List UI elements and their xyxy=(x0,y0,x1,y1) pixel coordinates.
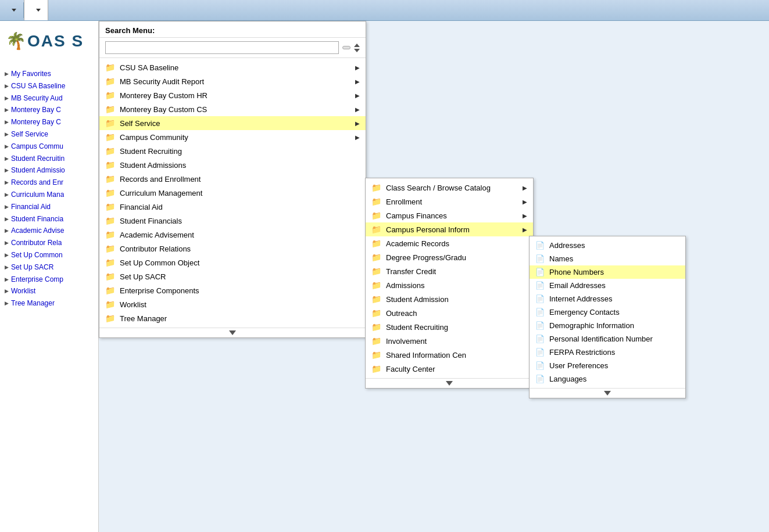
main-menu-item[interactable]: 📁 Curriculum Management xyxy=(99,186,366,200)
folder-icon: 📁 xyxy=(105,300,115,309)
main-menu-item[interactable]: 📁 Monterey Bay Custom CS ▶ xyxy=(99,102,366,116)
sidebar-item[interactable]: ▶Campus Commu xyxy=(0,141,98,153)
main-menu-item[interactable]: 📁 Student Admissions xyxy=(99,158,366,172)
sidebar-item[interactable]: ▶Set Up Common xyxy=(0,249,98,261)
sidebar-item[interactable]: ▶Contributor Rela xyxy=(0,237,98,249)
sidebar-item-label: Set Up SACR xyxy=(11,263,53,272)
submenu-arrow-icon: ▶ xyxy=(355,120,360,127)
sidebar-item[interactable]: ▶CSU SA Baseline xyxy=(0,80,98,92)
scroll-down-icon[interactable] xyxy=(354,49,360,52)
folder-icon: 📁 xyxy=(105,91,115,100)
sidebar-item[interactable]: ▶Student Admissio xyxy=(0,164,98,177)
sidebar-item-arrow: ▶ xyxy=(5,264,9,271)
submenu-item[interactable]: 📁 Academic Records xyxy=(366,236,533,250)
submenu-item[interactable]: 📁 Student Recruiting xyxy=(366,320,533,334)
main-menu-item[interactable]: 📁 Academic Advisement xyxy=(99,228,366,242)
sidebar-item-arrow: ▶ xyxy=(5,191,9,199)
submenu-item[interactable]: 📁 Faculty Center xyxy=(366,362,533,376)
search-row xyxy=(99,38,366,58)
submenu-item[interactable]: 📁 Outreach xyxy=(366,306,533,320)
main-menu-item[interactable]: 📁 Enterprise Components xyxy=(99,283,366,297)
main-menu-item[interactable]: 📁 Financial Aid xyxy=(99,200,366,214)
submenu-item[interactable]: 📁 Campus Finances ▶ xyxy=(366,209,533,222)
menu-item-label: Enterprise Components xyxy=(120,286,360,295)
sidebar-item-arrow: ▶ xyxy=(5,215,9,223)
main-menu-item[interactable]: 📁 MB Security Audit Report ▶ xyxy=(99,74,366,88)
campus-personal-menu-item[interactable]: 📄 Emergency Contacts xyxy=(530,305,685,319)
sidebar-item[interactable]: ▶Academic Advise xyxy=(0,225,98,237)
sidebar-item[interactable]: ▶Worklist xyxy=(0,285,98,297)
main-menu-item[interactable]: 📁 CSU SA Baseline ▶ xyxy=(99,60,366,74)
submenu-item[interactable]: 📁 Transfer Credit xyxy=(366,264,533,278)
document-icon: 📄 xyxy=(535,335,545,343)
campus-personal-item-label: Emergency Contacts xyxy=(549,308,620,317)
menu-item-label: Student Financials xyxy=(120,217,360,225)
submenu-item[interactable]: 📁 Shared Information Cen xyxy=(366,348,533,362)
campus-personal-menu-item[interactable]: 📄 Phone Numbers xyxy=(530,265,685,279)
campus-personal-menu-item[interactable]: 📄 Languages xyxy=(530,372,685,386)
main-menu-item[interactable]: 📁 Tree Manager xyxy=(99,311,366,325)
sidebar-item[interactable]: ▶Curriculum Mana xyxy=(0,189,98,201)
folder-icon: 📁 xyxy=(105,286,115,295)
main-menu-item[interactable]: 📁 Monterey Bay Custom HR ▶ xyxy=(99,88,366,102)
menu-scroll-down[interactable] xyxy=(99,328,366,337)
folder-icon: 📁 xyxy=(371,211,381,220)
sidebar-item-label: Records and Enr xyxy=(11,178,63,188)
main-menu-item[interactable]: 📁 Set Up Common Object xyxy=(99,256,366,269)
main-menu-item[interactable]: 📁 Contributor Relations xyxy=(99,242,366,256)
main-menu-item[interactable]: 📁 Records and Enrollment xyxy=(99,172,366,186)
search-go-button[interactable] xyxy=(342,46,350,49)
submenu-item[interactable]: 📁 Enrollment ▶ xyxy=(366,195,533,209)
menu-item-label: Academic Advisement xyxy=(120,231,360,239)
document-icon: 📄 xyxy=(535,241,545,250)
main-menu-item[interactable]: 📁 Worklist xyxy=(99,297,366,311)
submenu-item[interactable]: 📁 Campus Personal Inform ▶ xyxy=(366,222,533,236)
main-menu-item[interactable]: 📁 Set Up SACR xyxy=(99,269,366,283)
sidebar-item[interactable]: ▶My Favorites xyxy=(0,68,98,80)
sidebar-item[interactable]: ▶MB Security Aud xyxy=(0,92,98,105)
search-menu-input[interactable] xyxy=(105,41,339,54)
folder-icon: 📁 xyxy=(105,132,115,142)
submenu-item[interactable]: 📁 Class Search / Browse Catalog ▶ xyxy=(366,181,533,195)
sidebar-item[interactable]: ▶Monterey Bay C xyxy=(0,116,98,128)
campus-personal-menu-item[interactable]: 📄 Demographic Information xyxy=(530,319,685,332)
campus-personal-menu-item[interactable]: 📄 Personal Identification Number xyxy=(530,332,685,346)
main-menu-item[interactable]: 📁 Campus Community ▶ xyxy=(99,130,366,144)
menu-item-label: Contributor Relations xyxy=(120,245,360,253)
campus-personal-menu-item[interactable]: 📄 FERPA Restrictions xyxy=(530,346,685,359)
sidebar-item[interactable]: ▶Monterey Bay C xyxy=(0,104,98,116)
campus-personal-menu-item[interactable]: 📄 User Preferences xyxy=(530,359,685,372)
sidebar-item-arrow: ▶ xyxy=(5,82,9,90)
sidebar-item[interactable]: ▶Financial Aid xyxy=(0,201,98,213)
submenu-item[interactable]: 📁 Student Admission xyxy=(366,292,533,306)
submenu-item[interactable]: 📁 Involvement xyxy=(366,334,533,348)
sidebar-item[interactable]: ▶Tree Manager xyxy=(0,297,98,310)
document-icon: 📄 xyxy=(535,281,545,290)
campus-personal-menu-item[interactable]: 📄 Internet Addresses xyxy=(530,292,685,305)
subsubmenu-scroll-down[interactable] xyxy=(530,388,685,398)
sidebar-item-label: Monterey Bay C xyxy=(11,117,61,127)
favorites-button[interactable] xyxy=(0,0,23,20)
folder-icon: 📁 xyxy=(371,253,381,262)
main-menu-item[interactable]: 📁 Student Recruiting xyxy=(99,144,366,158)
submenu-item-label: Student Admission xyxy=(386,295,527,304)
sidebar-item[interactable]: ▶Records and Enr xyxy=(0,177,98,189)
main-layout: 🌴 OAS S ▶My Favorites▶CSU SA Baseline▶MB… xyxy=(0,21,769,532)
campus-personal-menu-item[interactable]: 📄 Names xyxy=(530,252,685,265)
submenu-arrow-icon: ▶ xyxy=(523,185,527,191)
submenu-item-label: Degree Progress/Gradu xyxy=(386,253,527,262)
campus-personal-menu-item[interactable]: 📄 Email Addresses xyxy=(530,279,685,292)
sidebar-item[interactable]: ▶Enterprise Comp xyxy=(0,274,98,286)
submenu-item[interactable]: 📁 Degree Progress/Gradu xyxy=(366,250,533,264)
submenu-scroll-down[interactable] xyxy=(366,378,533,388)
campus-personal-menu-item[interactable]: 📄 Addresses xyxy=(530,239,685,252)
submenu-item[interactable]: 📁 Admissions xyxy=(366,278,533,292)
sidebar-item[interactable]: ▶Set Up SACR xyxy=(0,261,98,274)
scroll-up-icon[interactable] xyxy=(354,44,360,47)
main-menu-button[interactable] xyxy=(24,0,48,20)
sidebar-item[interactable]: ▶Self Service xyxy=(0,128,98,141)
main-menu-item[interactable]: 📁 Self Service ▶ xyxy=(99,116,366,130)
sidebar-item[interactable]: ▶Student Recruitin xyxy=(0,153,98,165)
sidebar-item[interactable]: ▶Student Financia xyxy=(0,213,98,225)
main-menu-item[interactable]: 📁 Student Financials xyxy=(99,214,366,228)
